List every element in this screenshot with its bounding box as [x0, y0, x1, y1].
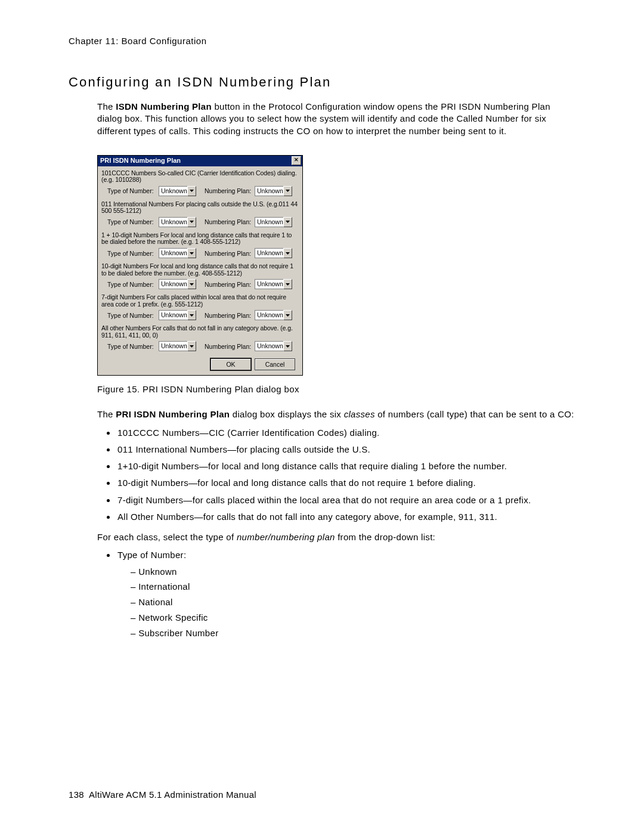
dropdown-value: Unknown [255, 217, 283, 227]
chevron-down-icon[interactable] [283, 186, 292, 196]
p2-italic: classes [344, 409, 375, 419]
svg-marker-0 [190, 190, 194, 192]
p3-pre: For each class, select the type of [97, 532, 237, 542]
chevron-down-icon[interactable] [187, 186, 196, 196]
list-item: 1+10-digit Numbers—for local and long di… [116, 460, 575, 472]
list-item: 011 International Numbers—for placing ca… [116, 444, 575, 456]
svg-marker-1 [286, 190, 290, 192]
type-of-number-label: Type of Number: [107, 281, 156, 288]
para-select: For each class, select the type of numbe… [97, 531, 575, 543]
intro-pre: The [97, 101, 116, 112]
dropdown-value: Unknown [255, 341, 283, 351]
intro-paragraph: The ISDN Numbering Plan button in the Pr… [97, 101, 575, 137]
section-desc-3: 10-digit Numbers For local and long dist… [101, 263, 299, 277]
chevron-down-icon[interactable] [283, 310, 292, 320]
type-of-number-label: Type of Number: [107, 312, 156, 319]
dialog-titlebar[interactable]: PRI ISDN Numbering Plan ✕ [98, 156, 302, 166]
section-desc-2: 1 + 10-digit Numbers For local and long … [101, 232, 299, 246]
chevron-down-icon[interactable] [283, 248, 292, 258]
ok-button[interactable]: OK [210, 358, 251, 370]
numbering-plan-dropdown[interactable]: Unknown [255, 279, 292, 289]
type-of-number-label: Type of Number: [107, 250, 156, 257]
list-item: All Other Numbers—for calls that do not … [116, 511, 575, 523]
type-of-number-dropdown[interactable]: Unknown [159, 248, 196, 258]
list-item: 10-digit Numbers—for local and long dist… [116, 477, 575, 489]
dropdown-value: Unknown [255, 248, 283, 258]
numbering-plan-dropdown[interactable]: Unknown [255, 248, 292, 258]
chevron-down-icon[interactable] [283, 279, 292, 289]
para-classes: The PRI ISDN Numbering Plan dialog box d… [97, 408, 575, 420]
type-of-number-dropdown[interactable]: Unknown [159, 279, 196, 289]
sublist-header-text: Type of Number: [117, 550, 186, 560]
list-item: National [129, 596, 575, 609]
close-icon[interactable]: ✕ [292, 156, 301, 165]
list-item: Network Specific [129, 611, 575, 624]
numbering-plan-dropdown[interactable]: Unknown [255, 341, 292, 351]
section-title: Configuring an ISDN Numbering Plan [69, 75, 575, 90]
chevron-down-icon[interactable] [187, 341, 196, 351]
chevron-down-icon[interactable] [283, 217, 292, 227]
dropdown-value: Unknown [255, 279, 283, 289]
classes-list: 101CCCC Numbers—CIC (Carrier Identificat… [97, 427, 575, 524]
type-of-number-dropdown[interactable]: Unknown [159, 310, 196, 320]
p3-italic: number/numbering plan [237, 532, 335, 542]
intro-bold: ISDN Numbering Plan [116, 101, 212, 112]
dropdown-value: Unknown [255, 186, 283, 196]
p2-pre: The [97, 409, 116, 419]
svg-marker-11 [286, 345, 290, 348]
dropdown-value: Unknown [159, 217, 187, 227]
type-of-number-dropdown[interactable]: Unknown [159, 186, 196, 196]
section-desc-0: 101CCCC Numbers So-called CIC (Carrier I… [101, 170, 299, 184]
list-item: 7-digit Numbers—for calls placed within … [116, 494, 575, 506]
p2-mid: dialog box displays the six [230, 409, 343, 419]
svg-marker-7 [286, 283, 290, 286]
dropdown-value: Unknown [159, 341, 187, 351]
cancel-button[interactable]: Cancel [255, 358, 295, 370]
list-item: Subscriber Number [129, 627, 575, 640]
numbering-plan-dropdown[interactable]: Unknown [255, 217, 292, 227]
dropdown-value: Unknown [255, 310, 283, 320]
list-item: Unknown [129, 565, 575, 578]
numbering-plan-dropdown[interactable]: Unknown [255, 310, 292, 320]
type-of-number-outer: Type of Number: Unknown International Na… [97, 549, 575, 639]
numbering-plan-label: Numbering Plan: [205, 187, 252, 194]
svg-marker-3 [286, 221, 290, 223]
figure-caption: Figure 15. PRI ISDN Numbering Plan dialo… [97, 384, 575, 394]
p2-bold: PRI ISDN Numbering Plan [116, 409, 230, 419]
type-of-number-dropdown[interactable]: Unknown [159, 341, 196, 351]
svg-marker-6 [190, 283, 194, 286]
numbering-plan-label: Numbering Plan: [205, 281, 252, 288]
chevron-down-icon[interactable] [187, 279, 196, 289]
chevron-down-icon[interactable] [187, 217, 196, 227]
pri-isdn-dialog: PRI ISDN Numbering Plan ✕ 101CCCC Number… [97, 155, 303, 376]
chapter-header: Chapter 11: Board Configuration [69, 36, 575, 46]
type-of-number-label: Type of Number: [107, 218, 156, 225]
svg-marker-8 [190, 314, 194, 317]
svg-marker-2 [190, 221, 194, 223]
numbering-plan-dropdown[interactable]: Unknown [255, 186, 292, 196]
dropdown-value: Unknown [159, 279, 187, 289]
chevron-down-icon[interactable] [187, 310, 196, 320]
svg-marker-10 [190, 345, 194, 348]
numbering-plan-label: Numbering Plan: [205, 312, 252, 319]
section-desc-4: 7-digit Numbers For calls placed within … [101, 294, 299, 308]
svg-marker-5 [286, 252, 290, 255]
type-of-number-label: Type of Number: [107, 187, 156, 194]
svg-marker-4 [190, 252, 194, 255]
dropdown-value: Unknown [159, 186, 187, 196]
chevron-down-icon[interactable] [283, 341, 292, 351]
dropdown-value: Unknown [159, 310, 187, 320]
footer-title: AltiWare ACM 5.1 Administration Manual [89, 789, 256, 800]
type-of-number-header: Type of Number: Unknown International Na… [116, 549, 575, 639]
dialog-title: PRI ISDN Numbering Plan [100, 157, 181, 164]
numbering-plan-label: Numbering Plan: [205, 250, 252, 257]
dropdown-value: Unknown [159, 248, 187, 258]
type-of-number-label: Type of Number: [107, 343, 156, 350]
type-of-number-sublist: Unknown International National Network S… [129, 565, 575, 640]
p3-post: from the drop-down list: [335, 532, 435, 542]
type-of-number-dropdown[interactable]: Unknown [159, 217, 196, 227]
chevron-down-icon[interactable] [187, 248, 196, 258]
numbering-plan-label: Numbering Plan: [205, 218, 252, 225]
section-desc-1: 011 International Numbers For placing ca… [101, 201, 299, 215]
page-number: 138 [69, 789, 84, 800]
